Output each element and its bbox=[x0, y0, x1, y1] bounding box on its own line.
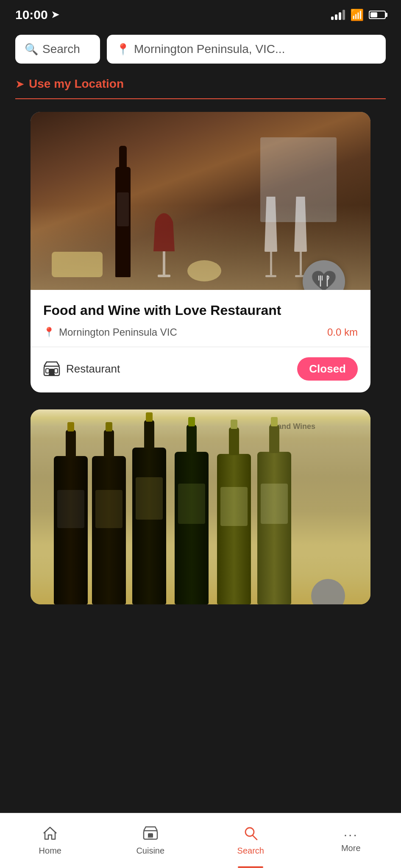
card-title-1: Food and Wine with Love Restaurant bbox=[43, 302, 358, 320]
cuisine-icon bbox=[143, 826, 158, 843]
wifi-icon: 📶 bbox=[350, 8, 364, 22]
card-category-1: Restaurant bbox=[43, 361, 120, 376]
nav-label-home: Home bbox=[39, 846, 61, 856]
navigation-icon: ➤ bbox=[51, 9, 59, 20]
nav-label-search: Search bbox=[237, 846, 264, 856]
cards-list: Food and Wine with Love Restaurant 📍 Mor… bbox=[15, 99, 386, 634]
status-icons: 📶 bbox=[331, 8, 386, 22]
store-icon bbox=[43, 361, 60, 376]
card-location-row-1: 📍 Mornington Peninsula VIC 0.0 km bbox=[43, 326, 358, 347]
nav-active-indicator bbox=[238, 866, 263, 868]
battery-icon bbox=[369, 11, 386, 19]
time-display: 10:00 bbox=[15, 8, 48, 22]
search-placeholder: Search bbox=[42, 42, 80, 56]
use-location-label: Use my Location bbox=[29, 77, 124, 91]
nav-item-more[interactable]: ··· More bbox=[301, 813, 401, 868]
status-time: 10:00 ➤ bbox=[15, 8, 59, 22]
more-icon: ··· bbox=[344, 828, 358, 841]
search-area: 🔍 Search 📍 Mornington Peninsula, VIC... … bbox=[0, 26, 401, 693]
search-nav-icon bbox=[243, 826, 258, 843]
nav-label-more: More bbox=[341, 843, 361, 853]
status-bar: 10:00 ➤ 📶 bbox=[0, 0, 401, 26]
nav-item-search[interactable]: Search bbox=[200, 813, 301, 868]
home-icon bbox=[42, 826, 58, 843]
status-badge-closed: Closed bbox=[297, 357, 358, 381]
search-icon: 🔍 bbox=[25, 43, 38, 56]
search-input-box[interactable]: 🔍 Search bbox=[15, 35, 100, 64]
location-value: Mornington Peninsula, VIC... bbox=[134, 42, 285, 56]
card-location-text-1: Mornington Peninsula VIC bbox=[59, 326, 177, 338]
card-distance-1: 0.0 km bbox=[327, 326, 358, 338]
svg-rect-6 bbox=[46, 369, 49, 373]
use-location-row[interactable]: ➤ Use my Location bbox=[15, 71, 386, 91]
nav-item-home[interactable]: Home bbox=[0, 813, 100, 868]
svg-line-23 bbox=[253, 835, 257, 840]
location-icon-card: 📍 bbox=[43, 327, 55, 338]
use-location-arrow-icon: ➤ bbox=[15, 78, 25, 91]
card-image-wine: Stand Wines bbox=[31, 409, 370, 604]
card-info-1: Food and Wine with Love Restaurant 📍 Mor… bbox=[31, 290, 370, 347]
bottom-nav: Home Cuisine Search ··· bbox=[0, 813, 401, 868]
location-input-box[interactable]: 📍 Mornington Peninsula, VIC... bbox=[107, 35, 386, 64]
nav-label-cuisine: Cuisine bbox=[136, 846, 164, 856]
svg-rect-7 bbox=[54, 369, 58, 373]
nav-item-cuisine[interactable]: Cuisine bbox=[100, 813, 201, 868]
card-image-restaurant bbox=[31, 112, 370, 290]
location-pin-icon: 📍 bbox=[116, 43, 130, 56]
search-row: 🔍 Search 📍 Mornington Peninsula, VIC... bbox=[15, 35, 386, 64]
venue-card-1[interactable]: Food and Wine with Love Restaurant 📍 Mor… bbox=[31, 112, 370, 392]
venue-card-2[interactable]: Stand Wines bbox=[31, 409, 370, 604]
signal-strength bbox=[331, 10, 345, 20]
card-footer-1: Restaurant Closed bbox=[31, 347, 370, 392]
